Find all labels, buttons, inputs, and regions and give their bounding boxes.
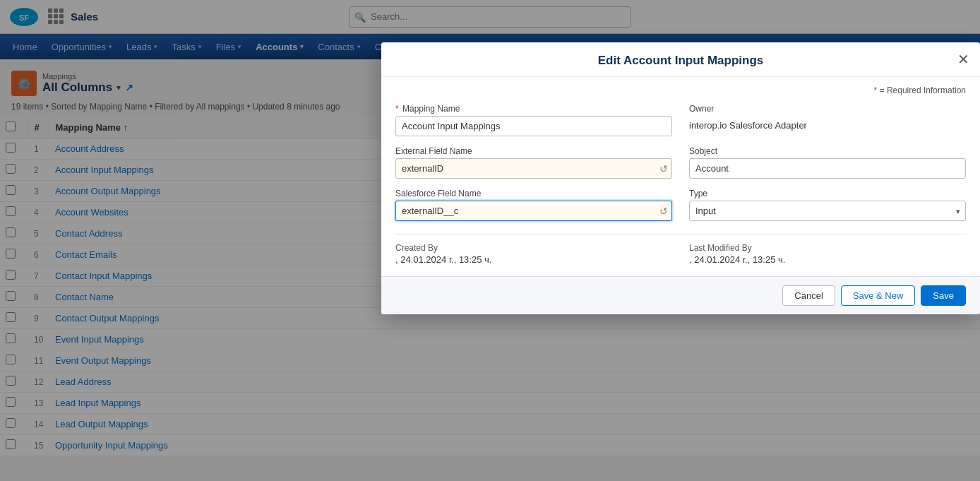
required-star: * — [395, 104, 399, 114]
mapping-name-input[interactable] — [395, 116, 672, 136]
form-grid: * Mapping Name Owner interop.io Salesfor… — [395, 104, 966, 221]
type-field: Type Input Output ▾ — [689, 189, 966, 221]
external-field-input-wrapper: ↺ — [395, 158, 672, 179]
mapping-name-label: * Mapping Name — [395, 104, 672, 114]
required-note: * = Required Information — [395, 85, 966, 95]
created-by-field: Created By , 24.01.2024 г., 13:25 ч. — [395, 243, 672, 265]
save-new-button[interactable]: Save & New — [841, 285, 916, 306]
external-field-reset-button[interactable]: ↺ — [659, 163, 668, 174]
modal-title: Edit Account Input Mappings — [395, 54, 966, 68]
modal-footer: Cancel Save & New Save — [381, 276, 980, 314]
external-field-input[interactable] — [395, 158, 672, 179]
type-select[interactable]: Input Output — [689, 201, 966, 221]
owner-label: Owner — [689, 104, 966, 114]
external-field-name-field: External Field Name ↺ — [395, 146, 672, 179]
salesforce-field-label: Salesforce Field Name — [395, 189, 672, 198]
modal-body: * = Required Information * Mapping Name … — [381, 77, 980, 276]
salesforce-field-reset-button[interactable]: ↺ — [659, 206, 668, 217]
mapping-name-field: * Mapping Name — [395, 104, 672, 136]
last-modified-field: Last Modified By , 24.01.2024 г., 13:25 … — [689, 243, 966, 265]
save-button[interactable]: Save — [921, 285, 966, 306]
modal-header: Edit Account Input Mappings — [381, 42, 980, 77]
type-select-wrapper: Input Output ▾ — [689, 201, 966, 221]
created-by-label: Created By — [395, 243, 672, 253]
salesforce-field-input[interactable] — [395, 201, 672, 221]
last-modified-value: , 24.01.2024 г., 13:25 ч. — [689, 254, 966, 265]
salesforce-field-input-wrapper: ↺ — [395, 201, 672, 221]
owner-value: interop.io Salesforce Adapter — [689, 116, 966, 135]
type-label: Type — [689, 189, 966, 198]
sobject-label: Sobject — [689, 146, 966, 156]
cancel-button[interactable]: Cancel — [782, 285, 835, 306]
salesforce-field-name-field: Salesforce Field Name ↺ — [395, 189, 672, 221]
sobject-input[interactable] — [689, 158, 966, 179]
owner-field: Owner interop.io Salesforce Adapter — [689, 104, 966, 136]
sobject-field: Sobject — [689, 146, 966, 179]
modal-close-button[interactable]: ✕ — [953, 49, 973, 69]
modal-overlay: ✕ Edit Account Input Mappings * = Requir… — [0, 0, 980, 481]
external-field-label: External Field Name — [395, 146, 672, 156]
created-by-value: , 24.01.2024 г., 13:25 ч. — [395, 254, 672, 265]
last-modified-label: Last Modified By — [689, 243, 966, 253]
meta-section: Created By , 24.01.2024 г., 13:25 ч. Las… — [395, 234, 966, 265]
modal: ✕ Edit Account Input Mappings * = Requir… — [381, 42, 980, 314]
